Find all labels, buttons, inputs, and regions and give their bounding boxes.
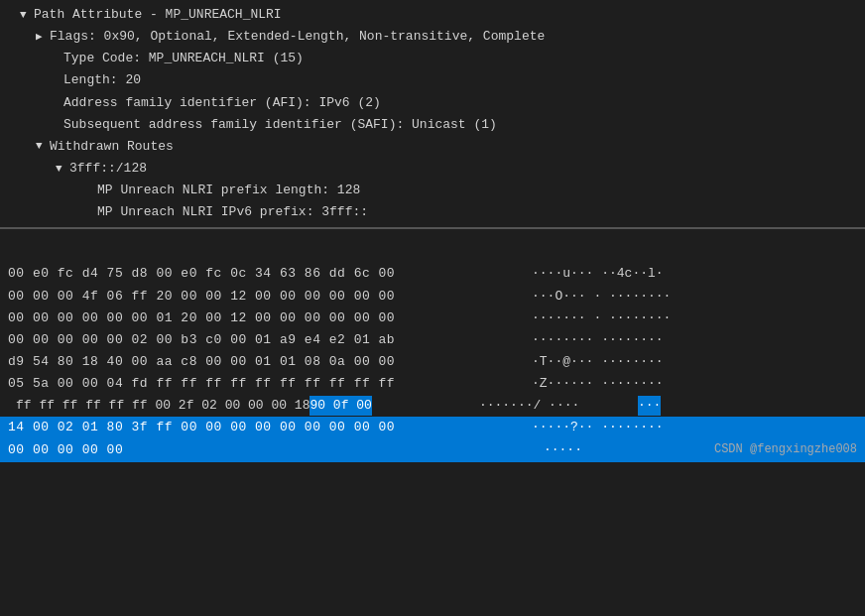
hex-ascii: ······· · ········ [532, 308, 690, 328]
tree-row: Address family identifier (AFI): IPv6 (2… [0, 92, 865, 114]
tree-row: MP Unreach NLRI IPv6 prefix: 3fff:: [0, 201, 865, 223]
arrow-icon: ▼ [56, 161, 69, 178]
hex-ascii: ···O··· · ········ [532, 287, 690, 307]
arrow-icon: ▶ [36, 29, 50, 46]
watermark: CSDN @fengxingzhe008 [714, 440, 857, 459]
tree-label: MP Unreach NLRI prefix length: 128 [97, 181, 360, 200]
tree-label: Address family identifier (AFI): IPv6 (2… [63, 93, 381, 113]
hex-row: 05 5a 00 00 04 fd ff ff ff ff ff ff ff f… [0, 373, 865, 395]
hex-bytes: 00 00 00 00 00 [8, 440, 306, 460]
tree-label: Subsequent address family identifier (SA… [63, 115, 497, 135]
tree-section: ▼ Path Attribute - MP_UNREACH_NLRI ▶ Fla… [0, 0, 865, 229]
hex-row-last: 00 00 00 00 00 ····· CSDN @fengxingzhe00… [0, 439, 865, 462]
hex-ascii: ····· [544, 440, 702, 460]
hex-section: 00 e0 fc d4 75 d8 00 e0 fc 0c 34 63 86 d… [0, 259, 865, 465]
tree-label: Path Attribute - MP_UNREACH_NLRI [34, 5, 282, 25]
tree-row[interactable]: ▼ Withdrawn Routes [0, 136, 865, 158]
hex-ascii: ·····?·· ········ [532, 418, 690, 437]
tree-row[interactable]: ▼ 3fff::/128 [0, 158, 865, 180]
hex-ascii: ·Z······ ········ [532, 374, 690, 394]
tree-label: Withdrawn Routes [50, 137, 174, 157]
hex-row: d9 54 80 18 40 00 aa c8 00 00 01 01 08 0… [0, 351, 865, 373]
tree-row: Type Code: MP_UNREACH_NLRI (15) [0, 48, 865, 69]
hex-bytes: 00 00 00 00 00 00 01 20 00 12 00 00 00 0… [8, 308, 524, 328]
tree-row: Subsequent address family identifier (SA… [0, 114, 865, 136]
hex-bytes-before: ff ff ff ff ff ff 00 2f 02 00 00 00 18 [8, 396, 309, 416]
arrow-icon: ▼ [20, 7, 34, 24]
hex-row-partial: ff ff ff ff ff ff 00 2f 02 00 00 00 18 9… [0, 395, 865, 417]
tree-label: Length: 20 [63, 70, 141, 90]
hex-ascii: ········ ········ [532, 330, 690, 350]
hex-row: 00 00 00 00 00 02 00 b3 c0 00 01 a9 e4 e… [0, 329, 865, 351]
hex-row: 00 00 00 4f 06 ff 20 00 00 12 00 00 00 0… [0, 286, 865, 308]
hex-bytes: 05 5a 00 00 04 fd ff ff ff ff ff ff ff f… [8, 374, 524, 394]
arrow-icon: ▼ [36, 138, 50, 155]
hex-bytes: 00 00 00 4f 06 ff 20 00 00 12 00 00 00 0… [8, 287, 524, 307]
hex-bytes: 00 00 00 00 00 02 00 b3 c0 00 01 a9 e4 e… [8, 330, 524, 350]
hex-row-highlighted: 14 00 02 01 80 3f ff 00 00 00 00 00 00 0… [0, 417, 865, 438]
hex-bytes: d9 54 80 18 40 00 aa c8 00 00 01 01 08 0… [8, 352, 524, 372]
tree-row[interactable]: ▼ Path Attribute - MP_UNREACH_NLRI [0, 4, 865, 26]
tree-label: Flags: 0x90, Optional, Extended-Length, … [50, 27, 545, 47]
tree-label: MP Unreach NLRI IPv6 prefix: 3fff:: [97, 202, 368, 222]
ascii-hl: ··· [638, 396, 661, 416]
hex-ascii: ·······/ ···· [479, 396, 638, 416]
hex-ascii: ····u··· ··4c··l· [532, 264, 690, 284]
hex-ascii: ·T··@··· ········ [532, 352, 690, 372]
hex-bytes: 00 e0 fc d4 75 d8 00 e0 fc 0c 34 63 86 d… [8, 264, 524, 284]
hex-row: 00 e0 fc d4 75 d8 00 e0 fc 0c 34 63 86 d… [0, 263, 865, 285]
tree-label: Type Code: MP_UNREACH_NLRI (15) [63, 49, 304, 68]
hex-bytes: 14 00 02 01 80 3f ff 00 00 00 00 00 00 0… [8, 418, 524, 437]
tree-row: Length: 20 [0, 69, 865, 91]
tree-label: 3fff::/128 [69, 159, 147, 179]
tree-row[interactable]: ▶ Flags: 0x90, Optional, Extended-Length… [0, 26, 865, 48]
hex-bytes-hl: 90 0f 00 [309, 396, 371, 416]
tree-row: MP Unreach NLRI prefix length: 128 [0, 180, 865, 201]
hex-row: 00 00 00 00 00 00 01 20 00 12 00 00 00 0… [0, 308, 865, 329]
